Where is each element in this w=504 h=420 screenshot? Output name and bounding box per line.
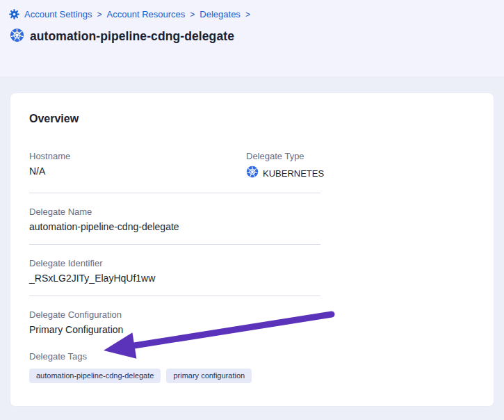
delegate-configuration-label: Delegate Configuration [29, 309, 475, 321]
overview-heading: Overview [29, 113, 475, 125]
delegate-type-value: KUBERNETES [263, 168, 324, 180]
delegate-identifier-value: _RSxLG2JITy_ElayHqUf1ww [29, 273, 475, 284]
hostname-delegatetype-row: Hostname N/A Delegate Type [29, 151, 475, 181]
hostname-label: Hostname [29, 151, 246, 162]
delegate-tag: primary configuration [166, 369, 252, 383]
delegate-identifier-field: Delegate Identifier _RSxLG2JITy_ElayHqUf… [29, 258, 475, 284]
delegate-name-field: Delegate Name automation-pipeline-cdng-d… [29, 207, 475, 233]
delegate-configuration-value: Primary Configuration [29, 324, 475, 336]
overview-card: Overview Hostname N/A Delegate Type [10, 92, 494, 407]
breadcrumb-separator: > [190, 10, 195, 19]
page-title: automation-pipeline-cdng-delegate [30, 29, 234, 44]
breadcrumb-item-delegates[interactable]: Delegates [200, 9, 241, 19]
kubernetes-icon [246, 165, 259, 181]
delegate-configuration-field: Delegate Configuration Primary Configura… [29, 309, 475, 336]
breadcrumb-separator: > [245, 10, 250, 19]
breadcrumb-separator: > [97, 10, 102, 19]
hostname-field: Hostname N/A [29, 151, 246, 181]
hostname-value: N/A [29, 165, 246, 177]
delegate-type-label: Delegate Type [246, 151, 324, 162]
delegate-tags-row: automation-pipeline-cdng-delegate primar… [29, 369, 475, 383]
divider [29, 296, 320, 296]
delegate-tags-label: Delegate Tags [29, 351, 475, 362]
gear-icon [9, 9, 19, 19]
breadcrumb-item-account-settings[interactable]: Account Settings [24, 9, 92, 19]
divider [29, 193, 320, 193]
breadcrumb-item-account-resources[interactable]: Account Resources [107, 9, 186, 19]
kubernetes-icon [10, 28, 24, 45]
divider [29, 244, 320, 245]
delegate-tag: automation-pipeline-cdng-delegate [29, 369, 161, 383]
page-title-row: automation-pipeline-cdng-delegate [10, 28, 234, 45]
delegate-type-field: Delegate Type [246, 151, 324, 181]
delegate-identifier-label: Delegate Identifier [29, 258, 475, 269]
breadcrumb: Account Settings > Account Resources > D… [9, 9, 250, 19]
delegate-name-label: Delegate Name [29, 207, 475, 218]
delegate-name-value: automation-pipeline-cdng-delegate [29, 221, 475, 233]
